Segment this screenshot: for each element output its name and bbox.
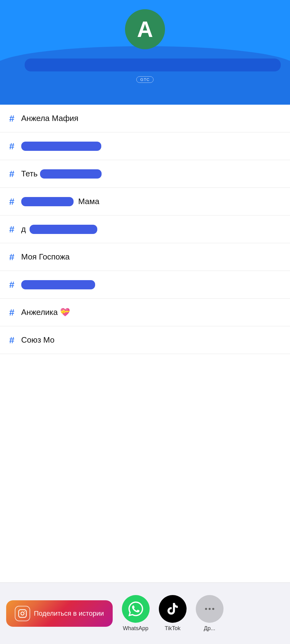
hash-icon: # bbox=[9, 141, 14, 151]
instagram-icon bbox=[15, 606, 30, 621]
blurred-contact-name bbox=[21, 280, 95, 289]
tiktok-icon bbox=[159, 595, 187, 623]
hash-icon: # bbox=[9, 280, 14, 290]
tiktok-share-button[interactable]: TikTok bbox=[159, 595, 187, 632]
list-item[interactable]: # Моя Госпожа bbox=[0, 243, 290, 271]
hash-icon: # bbox=[9, 252, 14, 262]
list-item[interactable]: # Мама bbox=[0, 188, 290, 215]
share-bar: Поделиться в истории WhatsApp TikTok Др.… bbox=[0, 582, 290, 644]
header-bg-shape bbox=[0, 46, 290, 105]
contact-name bbox=[21, 142, 101, 151]
contact-name: Союз Мо bbox=[21, 335, 54, 345]
svg-point-5 bbox=[212, 608, 214, 610]
list-item[interactable]: # Анжела Мафия bbox=[0, 105, 290, 132]
instagram-share-button[interactable]: Поделиться в истории bbox=[6, 600, 113, 627]
profile-header: А GTC bbox=[0, 0, 290, 105]
svg-point-1 bbox=[21, 612, 24, 615]
blurred-contact-name bbox=[21, 197, 74, 206]
list-item[interactable]: # Анжелика 💝 bbox=[0, 299, 290, 326]
svg-point-3 bbox=[205, 608, 207, 610]
hash-icon: # bbox=[9, 169, 14, 179]
contact-list: # Анжела Мафия # # Теть # Мама # д # bbox=[0, 105, 290, 354]
list-item[interactable]: # bbox=[0, 271, 290, 299]
list-item[interactable]: # д bbox=[0, 215, 290, 243]
list-item[interactable]: # bbox=[0, 132, 290, 160]
gtc-badge: GTC bbox=[136, 76, 154, 83]
blurred-profile-name bbox=[25, 58, 281, 71]
whatsapp-label: WhatsApp bbox=[123, 625, 148, 632]
whatsapp-share-button[interactable]: WhatsApp bbox=[122, 595, 150, 632]
svg-point-4 bbox=[208, 608, 211, 610]
hash-icon: # bbox=[9, 196, 14, 207]
more-share-button[interactable]: Др... bbox=[196, 595, 224, 632]
list-item[interactable]: # Теть bbox=[0, 160, 290, 188]
contact-name: Теть bbox=[21, 169, 102, 179]
avatar: А bbox=[125, 9, 165, 49]
blurred-contact-name bbox=[40, 169, 102, 179]
contact-name: д bbox=[21, 224, 97, 234]
whatsapp-icon bbox=[122, 595, 150, 623]
tiktok-label: TikTok bbox=[165, 625, 180, 632]
blurred-contact-name bbox=[30, 225, 97, 234]
contact-name: Моя Госпожа bbox=[21, 252, 70, 262]
hash-icon: # bbox=[9, 335, 14, 345]
blurred-contact-name bbox=[21, 142, 101, 151]
contact-name: Мама bbox=[21, 197, 99, 206]
svg-point-2 bbox=[24, 611, 25, 612]
more-label: Др... bbox=[204, 625, 215, 632]
list-item[interactable]: # Союз Мо bbox=[0, 326, 290, 354]
contact-name bbox=[21, 280, 95, 289]
contact-name: Анжела Мафия bbox=[21, 114, 79, 123]
hash-icon: # bbox=[9, 224, 14, 235]
hash-icon: # bbox=[9, 307, 14, 318]
hash-icon: # bbox=[9, 113, 14, 124]
more-icon bbox=[196, 595, 224, 623]
svg-rect-0 bbox=[19, 610, 26, 617]
contact-name: Анжелика 💝 bbox=[21, 308, 70, 317]
